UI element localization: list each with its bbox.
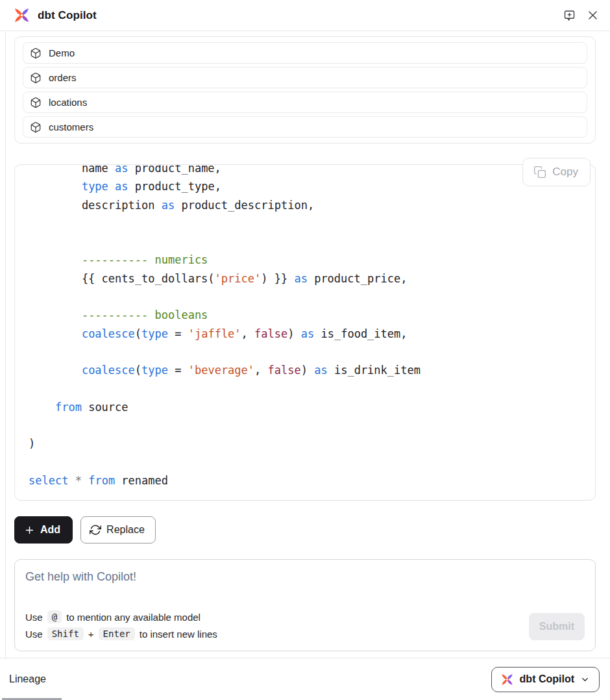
code-actions: Add Replace <box>14 516 596 544</box>
code-line: type as product_type, <box>29 177 585 195</box>
model-chip-label: orders <box>49 72 77 83</box>
code-line <box>29 343 585 361</box>
model-chip-locations[interactable]: locations <box>23 92 587 113</box>
hint-text: + <box>88 629 94 640</box>
copilot-dropdown-label: dbt Copilot <box>520 673 574 685</box>
model-chip-list: Demo orders locations customers <box>14 36 596 144</box>
dbt-copilot-logo-icon <box>500 673 514 686</box>
code-line <box>29 214 585 232</box>
copilot-prompt-input[interactable]: Get help with Copilot! Use @ to mention … <box>14 559 596 651</box>
hint-mention: Use @ to mention any available model <box>25 610 217 623</box>
dbt-copilot-panel: dbt Copilot Demo orders <box>0 0 610 700</box>
model-chip-label: locations <box>49 97 87 108</box>
copilot-dropdown-button[interactable]: dbt Copilot <box>491 667 600 692</box>
add-button[interactable]: Add <box>14 516 73 544</box>
code-line: {{ cents_to_dollars('price') }} as produ… <box>29 269 585 288</box>
shift-key: Shift <box>47 627 84 640</box>
bottom-bar: Lineage dbt Copilot <box>0 658 610 700</box>
code-line: name as product_name, <box>29 164 585 177</box>
copy-icon <box>533 166 546 179</box>
model-chip-label: customers <box>49 121 93 132</box>
submit-button[interactable]: Submit <box>529 613 585 640</box>
code-line: ) <box>29 434 585 453</box>
tab-lineage[interactable]: Lineage <box>9 673 46 685</box>
chevron-down-icon <box>580 675 590 684</box>
cube-icon <box>30 121 42 133</box>
code-line: from source <box>29 398 585 416</box>
cube-icon <box>30 72 42 84</box>
code-line: coalesce(type = 'beverage', false) as is… <box>29 361 585 379</box>
hint-text: to insert new lines <box>140 629 217 640</box>
code-line <box>29 288 585 306</box>
model-chip-label: Demo <box>49 47 75 58</box>
prompt-placeholder: Get help with Copilot! <box>25 570 585 584</box>
code-line: ---------- numerics <box>29 251 585 269</box>
panel-title: dbt Copilot <box>38 9 97 22</box>
code-line: ---------- booleans <box>29 306 585 324</box>
model-chip-demo[interactable]: Demo <box>23 42 587 64</box>
model-chip-orders[interactable]: orders <box>23 67 587 88</box>
hint-text: to mention any available model <box>66 612 201 623</box>
dbt-copilot-logo-icon <box>13 6 30 24</box>
close-icon[interactable] <box>585 8 600 23</box>
sql-code: name as product_name, type as product_ty… <box>15 164 595 501</box>
copy-button[interactable]: Copy <box>522 158 591 186</box>
code-line <box>29 232 585 251</box>
plus-icon <box>24 525 35 536</box>
hint-newline: Use Shift + Enter to insert new lines <box>25 627 217 640</box>
at-key: @ <box>47 610 62 623</box>
code-line: description as product_description, <box>29 196 585 214</box>
hint-text: Use <box>25 629 43 640</box>
code-line <box>29 453 585 471</box>
replace-button[interactable]: Replace <box>80 516 156 544</box>
enter-key: Enter <box>99 627 135 640</box>
code-suggestion-block: name as product_name, type as product_ty… <box>14 164 596 501</box>
code-line <box>29 416 585 434</box>
refresh-icon <box>90 524 101 536</box>
model-chip-customers[interactable]: customers <box>23 116 587 138</box>
prompt-hints: Use @ to mention any available model Use… <box>25 610 217 640</box>
code-line <box>29 380 585 398</box>
new-thread-icon[interactable] <box>562 8 576 23</box>
cube-icon <box>30 97 42 108</box>
panel-header: dbt Copilot <box>0 0 610 31</box>
hint-text: Use <box>25 612 43 623</box>
replace-button-label: Replace <box>106 524 145 536</box>
add-button-label: Add <box>40 524 60 536</box>
code-line: select * from renamed <box>29 471 585 490</box>
code-line: coalesce(type = 'jaffle', false) as is_f… <box>29 325 585 343</box>
cube-icon <box>30 47 42 59</box>
code-scroll-area[interactable]: name as product_name, type as product_ty… <box>14 164 596 501</box>
panel-edge-divider <box>5 31 6 658</box>
copy-button-label: Copy <box>552 166 578 179</box>
